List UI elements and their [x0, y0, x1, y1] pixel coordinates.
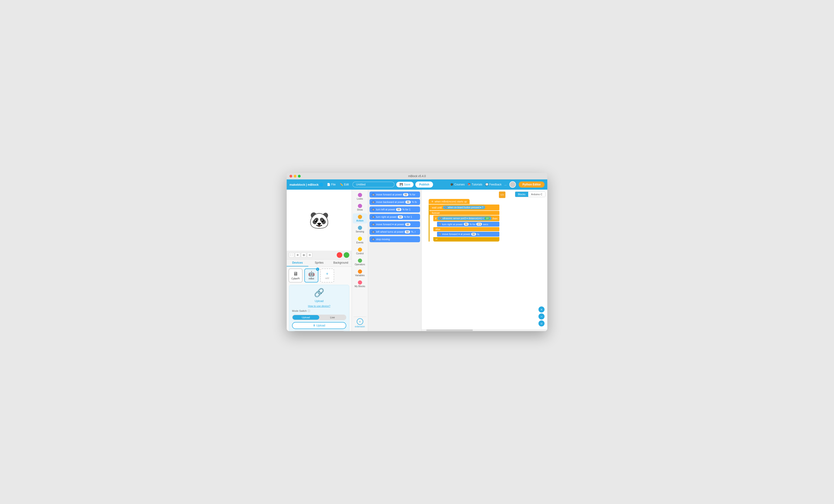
feedback-icon: 💬	[485, 183, 489, 186]
stage-view-buttons: ⛶ ⊞ ▤ ⊟	[289, 253, 312, 258]
disconnect-button[interactable]: 🔌 Disconnect	[292, 331, 346, 331]
courses-link[interactable]: 🎓 Courses	[450, 183, 465, 186]
tutorials-icon: 📚	[467, 183, 471, 186]
mbot-icon: 🤖	[308, 271, 315, 277]
else-action-block[interactable]: 🔘 move forward ▾ at power 50 %	[437, 232, 499, 237]
edit-menu[interactable]: ✏️ Edit	[338, 182, 351, 187]
cat-operators[interactable]: Operators	[353, 257, 367, 267]
mode-switch-label: Mode Switch ⓘ	[292, 309, 310, 313]
plus-icon: +	[326, 271, 329, 277]
device-mbot[interactable]: × 🤖 mBot	[304, 268, 318, 283]
collapse-block[interactable]: ↩	[433, 237, 499, 242]
block-stop-moving[interactable]: 🤖 stop moving	[370, 236, 420, 242]
zoom-controls: + − ⊙	[539, 306, 545, 326]
horizontal-scrollbar[interactable]	[422, 329, 547, 331]
project-title-input[interactable]	[353, 182, 394, 187]
canvas-tabs: Blocks Arduino C	[515, 192, 546, 197]
publish-button[interactable]: Publish	[415, 181, 433, 188]
looks-dot	[358, 193, 362, 197]
upload-mode-button[interactable]: Upload	[292, 315, 319, 320]
tab-arduino-c[interactable]: Arduino C	[528, 192, 545, 197]
close-button[interactable]	[289, 175, 292, 178]
block-turn-left[interactable]: 🤖 turn left at power 50 % for 1	[370, 206, 420, 213]
minimize-button[interactable]	[294, 175, 297, 178]
upload-link[interactable]: Upload	[315, 300, 324, 303]
forever-block[interactable]: forever	[430, 211, 499, 215]
cat-show[interactable]: Show	[353, 202, 367, 213]
block-icon-7: 🤖	[371, 237, 375, 241]
cat-looks[interactable]: Looks	[353, 192, 367, 201]
device-cyberpi[interactable]: 🖥 CyberPi	[288, 268, 303, 283]
device-panel: 🖥 CyberPi × 🤖 mBot + add 🔗 Uplo	[287, 267, 352, 331]
split-view-button[interactable]: ▤	[301, 253, 306, 258]
user-avatar[interactable]	[509, 181, 516, 188]
tab-background[interactable]: Background	[330, 259, 352, 266]
nav-right: 🎓 Courses 📚 Tutorials 💬 Feedback ... Pyt…	[450, 181, 545, 188]
show-dot	[358, 204, 362, 208]
live-mode-button[interactable]: Live	[319, 315, 346, 320]
cat-sensing[interactable]: Sensing	[353, 224, 367, 234]
zoom-in-button[interactable]: +	[539, 306, 545, 312]
block-icon-4: 🤖	[371, 215, 375, 219]
control-dot	[358, 247, 362, 252]
maximize-button[interactable]	[298, 175, 301, 178]
tab-blocks[interactable]: Blocks	[515, 192, 528, 197]
cat-action[interactable]: Action	[353, 213, 367, 223]
tab-devices[interactable]: Devices	[287, 259, 308, 266]
block-left-wheel[interactable]: 🤖 left wheel turns at power 50 %, r	[370, 229, 420, 235]
save-button[interactable]: 💾 Save	[396, 182, 414, 187]
wait-condition: 🔘 when on-board button pressed ▾ ?	[443, 206, 485, 209]
upload-action-button[interactable]: ⬆ Upload	[292, 322, 346, 329]
python-editor-button[interactable]: Python Editor	[519, 181, 545, 188]
zoom-reset-button[interactable]: ⊙	[539, 321, 545, 326]
myblocks-dot	[358, 280, 362, 285]
remove-mbot-badge[interactable]: ×	[316, 268, 319, 271]
add-device-button[interactable]: + add	[320, 268, 334, 283]
chain-icon: 🔗	[314, 288, 324, 298]
how-to-link[interactable]: How to use device?	[308, 305, 330, 307]
cat-events[interactable]: Events	[353, 235, 367, 245]
wait-block[interactable]: wait until 🔘 when on-board button presse…	[430, 204, 499, 210]
extension-icon: +	[357, 318, 363, 325]
topnav: makeblock | mBlock 🌐 📄 File ✏️ Edit 💾 Sa…	[287, 179, 547, 190]
else-block[interactable]: else	[433, 227, 499, 231]
script-canvas: Blocks Arduino C </> ⚙ when mBot(mcore) …	[422, 190, 547, 331]
cat-variables[interactable]: Variables	[353, 268, 367, 278]
trigger-block[interactable]: ⚙ when mBot(mcore) starts up	[429, 199, 469, 204]
scrollbar-thumb[interactable]	[426, 329, 473, 331]
block-icon-2: 🤖	[371, 200, 375, 204]
variables-dot	[358, 269, 362, 273]
upload-action-icon: ⬆	[313, 324, 315, 327]
globe-icon[interactable]: 🌐	[320, 183, 323, 187]
feedback-link[interactable]: 💬 Feedback	[485, 183, 502, 186]
bottom-tabs: Devices Sprites Background	[287, 259, 352, 267]
stage-area: 🐼	[287, 190, 352, 250]
more-menu[interactable]: ...	[504, 183, 507, 186]
info-icon: ⓘ	[308, 309, 310, 313]
file-menu[interactable]: 📄 File	[325, 182, 337, 187]
edit-icon: ✏️	[340, 183, 343, 186]
block-move-backward-power[interactable]: 🤖 move backward at power 50 % fo	[370, 199, 420, 205]
brand-text: makeblock | mBlock	[289, 183, 319, 187]
tab-sprites[interactable]: Sprites	[308, 259, 330, 266]
code-toggle-button[interactable]: </>	[499, 192, 505, 198]
device-connection-panel: 🔗 Upload How to use device? Mode Switch …	[289, 285, 349, 331]
block-move-forward-dropdown[interactable]: 🤖 move forward ▾ at power 50	[370, 221, 420, 227]
fullscreen-button[interactable]: ⛶	[289, 253, 294, 258]
tutorials-link[interactable]: 📚 Tutorials	[467, 183, 482, 186]
script-group: ⚙ when mBot(mcore) starts up wait until …	[429, 199, 499, 242]
grid-view-button[interactable]: ⊞	[295, 253, 300, 258]
cat-control[interactable]: Control	[353, 246, 367, 256]
block-turn-right[interactable]: 🤖 turn right at power 50 % for 1	[370, 214, 420, 220]
cat-myblocks[interactable]: My Blocks	[353, 279, 367, 289]
run-button[interactable]	[344, 252, 349, 258]
extension-button[interactable]: + extension	[353, 317, 366, 329]
if-block[interactable]: if 🔘 ultrasonic sensor port3 ▾ distance(…	[433, 216, 499, 221]
zoom-out-button[interactable]: −	[539, 313, 545, 320]
compact-view-button[interactable]: ⊟	[307, 253, 312, 258]
main-content: 🐼 ⛶ ⊞ ▤ ⊟ Devices	[287, 190, 547, 331]
blocks-area: 🤖 move forward at power 50 % for 🤖 move …	[368, 190, 422, 331]
then-action-block[interactable]: 🔘 turn right at power 50 % for 0.5 secs	[437, 222, 499, 227]
stop-button[interactable]	[337, 252, 342, 258]
block-move-forward-power[interactable]: 🤖 move forward at power 50 % for	[370, 192, 420, 198]
